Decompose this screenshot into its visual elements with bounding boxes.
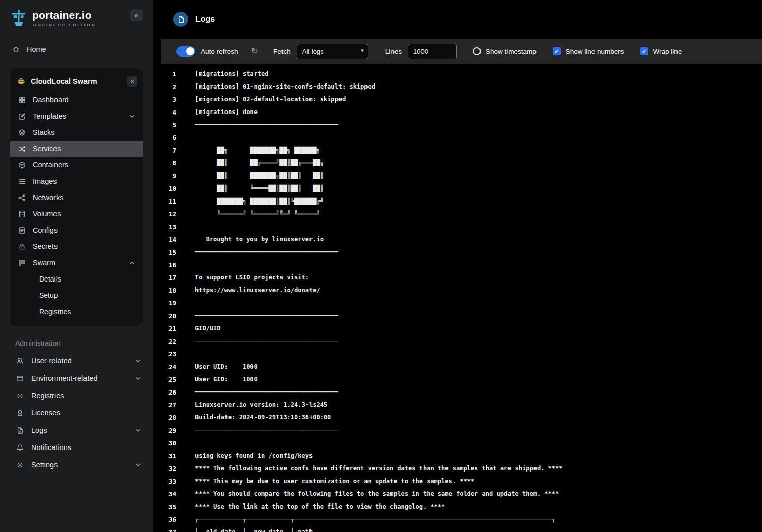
log-text: [migrations] started <box>195 68 269 80</box>
chevron-down-icon <box>135 375 142 382</box>
sidebar-item-logs[interactable]: Logs <box>0 422 153 439</box>
sidebar-item-label: Logs <box>31 426 47 434</box>
line-number: 28 <box>161 411 176 424</box>
log-text: Linuxserver.io version: 1.24.3-ls245 <box>195 399 327 411</box>
line-number: 20 <box>161 310 176 322</box>
auto-refresh-label: Auto refresh <box>201 48 238 55</box>
line-number: 14 <box>161 233 176 246</box>
log-text: Build-date: 2024-09-29T13:10:36+00:00 <box>195 411 331 424</box>
line-number: 33 <box>161 475 176 488</box>
sidebar-item-images[interactable]: Images <box>10 173 143 189</box>
bell-icon <box>16 444 24 452</box>
sidebar-item-volumes[interactable]: Volumes <box>10 206 143 222</box>
show-timestamp-checkbox[interactable]: Show timestamp <box>473 47 537 55</box>
log-line: 30 <box>161 437 762 450</box>
log-text: User GID: 1000 <box>195 373 258 386</box>
sidebar-item-label: Registries <box>31 391 64 400</box>
log-text: [migrations] 01-nginx-site-confs-default… <box>195 80 375 93</box>
environment-header[interactable]: CloudLocal Swarm ✕ <box>10 72 143 92</box>
sidebar-collapse-button[interactable]: « <box>130 9 143 21</box>
sidebar-item-containers[interactable]: Containers <box>10 157 143 173</box>
brand-subtitle: BUSINESS EDITION <box>32 23 96 27</box>
sidebar-item-label: Services <box>33 145 61 153</box>
line-number: 24 <box>161 360 176 373</box>
sidebar-item-label: Registries <box>39 307 71 316</box>
toggle-knob <box>186 47 194 55</box>
log-text: Brought to you by linuxserver.io <box>195 233 324 246</box>
log-text: ╚══════╝ ╚══════╝╚═╝ ╚═════╝ <box>195 208 324 220</box>
sidebar-item-label: User-related <box>31 357 72 365</box>
line-number: 22 <box>161 335 176 348</box>
registries-icon <box>16 392 24 400</box>
chevron-down-icon <box>135 358 142 365</box>
sidebar-item-label: Environment-related <box>31 374 98 382</box>
sidebar-item-secrets[interactable]: Secrets <box>10 238 143 255</box>
log-text: **** This may be due to user customizati… <box>195 475 474 488</box>
line-number: 31 <box>161 450 176 462</box>
chevron-down-icon <box>129 113 135 120</box>
log-line: 28 Build-date: 2024-09-29T13:10:36+00:00 <box>161 411 762 424</box>
refresh-icon[interactable]: ↻ <box>251 47 258 55</box>
sidebar-item-label: Configs <box>33 226 58 234</box>
sidebar-item-swarm-registries[interactable]: Registries <box>10 303 143 320</box>
log-text: ┌────────────┬────────────┬─────────────… <box>195 513 555 526</box>
sidebar-item-dashboard[interactable]: Dashboard <box>10 92 143 108</box>
log-line: 7 ██╗ ███████╗██╗ ██████╗ <box>161 144 762 157</box>
sidebar-item-home[interactable]: Home <box>0 41 153 58</box>
log-line: 18 https://www.linuxserver.io/donate/ <box>161 284 762 297</box>
log-text: **** The following active confs have dif… <box>195 462 562 475</box>
sidebar-item-templates[interactable]: Templates <box>10 108 143 124</box>
log-line: 12 ╚══════╝ ╚══════╝╚═╝ ╚═════╝ <box>161 208 762 220</box>
chevron-down-icon <box>135 427 142 434</box>
log-viewer[interactable]: 1 [migrations] started 2 [migrations] 01… <box>161 64 762 532</box>
fetch-select[interactable]: All logs <box>297 44 368 59</box>
sidebar-item-user-related[interactable]: User-related <box>0 352 153 370</box>
line-number: 9 <box>161 170 176 182</box>
sidebar-item-environment-related[interactable]: Environment-related <box>0 370 153 387</box>
environment-close-button[interactable]: ✕ <box>127 76 137 87</box>
line-number: 34 <box>161 488 176 500</box>
dashboard-icon <box>18 96 26 104</box>
sidebar-item-registries[interactable]: Registries <box>0 387 153 404</box>
sidebar-item-swarm-details[interactable]: Details <box>10 271 143 287</box>
sidebar-item-label: Stacks <box>33 128 55 136</box>
sidebar-item-services[interactable]: Services <box>10 141 143 157</box>
log-text: ─────────────────────────────────────── <box>195 424 338 437</box>
line-number: 13 <box>161 220 176 233</box>
licenses-icon <box>16 409 24 417</box>
log-line: 21 GID/UID <box>161 322 762 335</box>
line-number: 18 <box>161 284 176 297</box>
show-line-numbers-label: Show line numbers <box>566 48 624 55</box>
sidebar-item-notifications[interactable]: Notifications <box>0 439 153 456</box>
sidebar-item-swarm[interactable]: Swarm <box>10 255 143 271</box>
sidebar-item-label: Swarm <box>33 259 55 267</box>
sidebar-item-networks[interactable]: Networks <box>10 189 143 206</box>
log-text: ─────────────────────────────────────── <box>195 335 338 348</box>
sidebar-item-configs[interactable]: Configs <box>10 222 143 238</box>
volumes-icon <box>18 210 26 218</box>
sidebar-item-stacks[interactable]: Stacks <box>10 124 143 141</box>
sidebar-item-label: Templates <box>33 112 66 120</box>
checkbox-checked-icon: ✓ <box>553 47 561 55</box>
sidebar-item-settings[interactable]: Settings <box>0 456 153 473</box>
show-line-numbers-checkbox[interactable]: ✓ Show line numbers <box>553 47 624 55</box>
sidebar-item-swarm-setup[interactable]: Setup <box>10 287 143 303</box>
log-text: ███████╗ ███████║██║╚██████╔╝ <box>195 195 324 208</box>
portainer-logo[interactable]: portainer.io BUSINESS EDITION <box>10 9 96 27</box>
brand-text: portainer.io BUSINESS EDITION <box>32 9 96 27</box>
log-line: 26 ─────────────────────────────────────… <box>161 386 762 399</box>
log-text: ─────────────────────────────────────── <box>195 386 338 399</box>
checkbox-checked-icon: ✓ <box>640 47 648 55</box>
containers-icon <box>18 161 26 169</box>
fetch-select-wrap: All logs ▾ <box>297 44 368 59</box>
log-line: 32 **** The following active confs have … <box>161 462 762 475</box>
lines-label: Lines <box>385 48 402 55</box>
users-icon <box>16 357 24 365</box>
wrap-line-checkbox[interactable]: ✓ Wrap line <box>640 47 682 55</box>
lines-input[interactable] <box>408 44 457 59</box>
sidebar-item-licenses[interactable]: Licenses <box>0 404 153 422</box>
auto-refresh-toggle[interactable] <box>176 46 195 57</box>
swarm-icon <box>18 259 26 267</box>
sidebar-item-label: Images <box>33 177 57 185</box>
log-line: 23 <box>161 348 762 360</box>
